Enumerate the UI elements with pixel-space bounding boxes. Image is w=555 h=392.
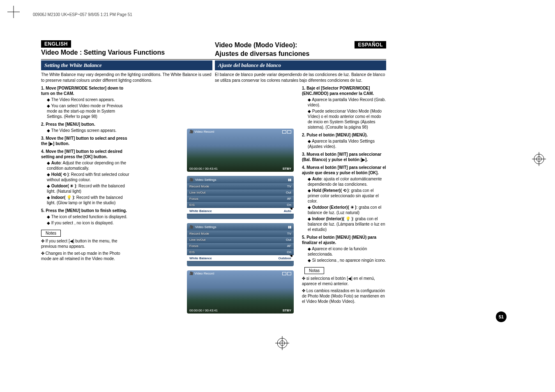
step-sub: Aparece el icono de la función seleccion…: [308, 246, 386, 257]
step-item: 3. Move the [W/T] button to select and p…: [41, 136, 129, 146]
title-es-l2: Ajustes de diversas funciones: [215, 50, 386, 58]
registration-mark-bottom: [275, 336, 289, 351]
menu-row: FocusAF: [187, 196, 294, 202]
step-sub: Hold( ⟲ ): Record with first selected co…: [47, 172, 129, 182]
section-heading-en: Setting the White Balance: [41, 60, 212, 70]
screenshot-1: 1 Video Record 00:00:00 / 00:43:41STBY: [187, 129, 294, 172]
title-es-l1: Video Mode (Modo Vídeo):: [215, 41, 352, 49]
note-item: Changes in the set-up made in the Photo …: [41, 251, 129, 261]
step-item: 2. Pulse el botón [MENU] (MENÚ).Aparece …: [302, 132, 386, 149]
hand-icon: ☚: [289, 254, 293, 258]
step-sub: Si selecciona , no aparece ningún icono.: [308, 258, 386, 263]
step-sub: Aparece la pantalla Video Settings (Ajus…: [308, 138, 386, 149]
video-record-label: Video Record: [189, 130, 214, 134]
battery-icon: ▮▮: [288, 225, 291, 229]
intro-es: El balance de blanco puede variar depend…: [215, 72, 386, 83]
notes-label-en: Notes: [41, 230, 61, 237]
step-item: 4. Move the [W/T] button to select desir…: [41, 149, 129, 205]
step-item: 1. Baje el [Selector POWER/MODE] (ENC./M…: [302, 85, 386, 130]
menu-row: White BalanceOutdoor: [187, 255, 294, 261]
crop-mark-tl: [7, 6, 20, 19]
screenshot-column: 1 Video Record 00:00:00 / 00:43:41STBY 3…: [187, 129, 294, 318]
step-sub: Auto: Adjust the colour depending on the…: [47, 160, 129, 171]
step-sub: If you select , no icon is displayed.: [47, 220, 129, 226]
lang-badge-es: ESPAÑOL: [355, 41, 386, 48]
video-record-label: Video Record: [189, 272, 214, 275]
step-sub: Aparece la pantalla Video Record (Grab. …: [308, 97, 386, 108]
step-item: 2. Press the [MENU] button.The Video Set…: [41, 122, 129, 133]
notes-label-es: Notas: [304, 267, 324, 274]
hand-icon: ☚: [289, 206, 293, 211]
stby-label: STBY: [283, 309, 291, 312]
step-item: 1. Move [POWER/MODE Selector] down to tu…: [41, 85, 129, 119]
note-item: If you select [◀] button in the menu, th…: [41, 238, 129, 249]
intro-en: The White Balance may vary depending on …: [41, 72, 212, 83]
title-en: Video Mode : Setting Various Functions: [41, 48, 212, 56]
note-item: Los cambios realizados en la configuraci…: [302, 288, 386, 304]
battery-icon: [282, 272, 291, 275]
step-sub: The icon of selected function is display…: [47, 214, 129, 219]
timecode: 00:00:00 / 00:43:41: [189, 167, 218, 171]
section-heading-es: Ajuste del balance de blanco: [215, 60, 386, 70]
step-item: 4. Mueva el botón [W/T] para seleccionar…: [302, 165, 386, 232]
step-sub: The Video Settings screen appears.: [47, 128, 129, 133]
menu-row: Line In/OutOut: [187, 189, 294, 196]
screenshot-3: 3 Video Settings▮▮ Record ModeTVLine In/…: [187, 176, 294, 219]
screenshot-5: 5 Video Record 00:00:00 / 00:43:41STBY: [187, 270, 294, 314]
menu-row: Line In/OutOut: [187, 237, 294, 243]
menu-row: White BalanceAuto: [187, 208, 294, 214]
step-sub: Hold (Retener)( ⟲ ): graba con el primer…: [308, 188, 386, 204]
timecode: 00:00:00 / 00:43:41: [189, 309, 218, 312]
step-sub: Outdoor (Exterior)( ☀ ): graba con el ba…: [308, 205, 386, 215]
print-header: 00906J M2100 UK+ESP~057 9/8/05 1:21 PM P…: [33, 12, 132, 17]
battery-icon: [282, 130, 291, 134]
menu-title: Video Settings: [195, 178, 216, 182]
step-sub: The Video Record screen appears.: [47, 97, 129, 102]
registration-mark-right: [532, 152, 546, 167]
step-item: 5. Press the [MENU] button to finish set…: [41, 208, 129, 226]
menu-row: FocusAF: [187, 243, 294, 249]
step-sub: Auto: ajusta el color automáticamente de…: [308, 176, 386, 187]
menu-row: Record ModeTV: [187, 231, 294, 237]
menu-row: EISOn: [187, 202, 294, 208]
step-item: 3. Mueva el botón [W/T] para seleccionar…: [302, 152, 386, 162]
battery-icon: ▮▮: [288, 178, 291, 182]
menu-title: Video Settings: [195, 225, 216, 229]
note-item: si selecciona el botón [◀] en el menú, a…: [302, 276, 386, 286]
step-sub: Puede seleccionar Video Mode (Modo Vídeo…: [308, 108, 386, 130]
page-number: 51: [496, 311, 507, 322]
step-sub: Indoor( 💡 ): Record with the balanced li…: [47, 195, 129, 205]
step-sub: Indoor (Interior)( 💡 ): graba con el bal…: [308, 216, 386, 232]
step-sub: Outdoor( ☀ ): Record with the balanced l…: [47, 183, 129, 194]
step-sub: You can select Video mode or Previous mo…: [47, 103, 129, 119]
menu-row: EISOn: [187, 249, 294, 255]
lang-badge-en: ENGLISH: [41, 40, 71, 48]
stby-label: STBY: [283, 167, 291, 171]
screenshot-4: 4 Video Settings▮▮ Record ModeTVLine In/…: [187, 223, 294, 266]
step-item: 5. Pulse el botón [MENU] (MENÚ) para fin…: [302, 235, 386, 263]
menu-row: Record ModeTV: [187, 183, 294, 189]
